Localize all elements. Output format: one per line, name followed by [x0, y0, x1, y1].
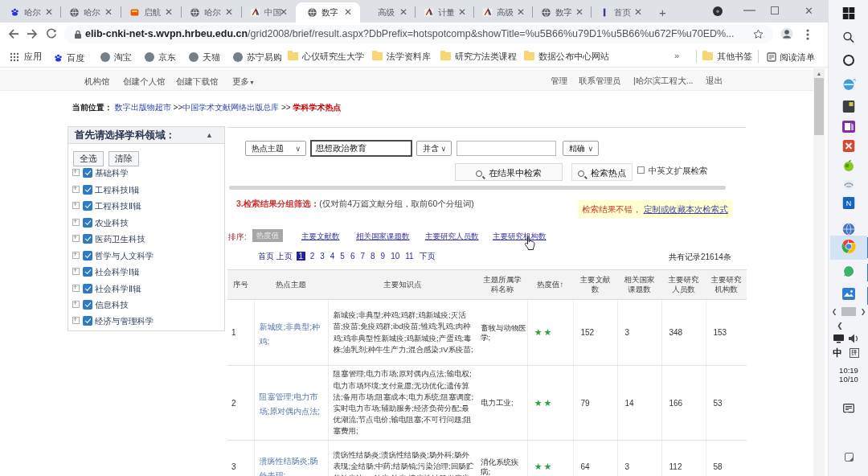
svg-text:N: N — [845, 199, 851, 207]
